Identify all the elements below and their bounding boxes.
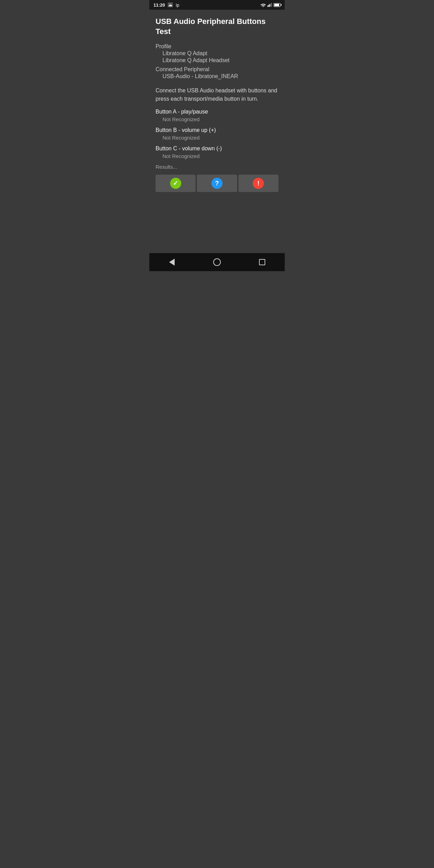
- pass-button[interactable]: ✓: [156, 175, 195, 192]
- status-bar-right: [260, 3, 281, 7]
- button-a-status: Not Recognized: [156, 116, 278, 122]
- svg-point-0: [263, 6, 264, 7]
- profile-item-1: Libratone Q Adapt: [156, 50, 278, 57]
- svg-rect-1: [267, 6, 268, 7]
- recents-button[interactable]: [252, 255, 273, 269]
- action-buttons: ✓ ? !: [156, 175, 278, 192]
- wifi-icon: [260, 3, 266, 7]
- skip-button[interactable]: ?: [197, 175, 237, 192]
- connected-peripheral-label: Connected Peripheral: [156, 66, 278, 73]
- fail-icon: !: [253, 178, 264, 189]
- profile-item-2: Libratone Q Adapt Headset: [156, 57, 278, 64]
- button-c-status: Not Recognized: [156, 153, 278, 159]
- image-icon: ⛰: [168, 2, 173, 7]
- results-label: Results...: [156, 164, 278, 170]
- svg-rect-5: [271, 3, 272, 7]
- skip-icon: ?: [211, 178, 223, 189]
- button-b-status: Not Recognized: [156, 135, 278, 141]
- profile-label: Profile: [156, 43, 278, 50]
- nav-bar: [149, 253, 285, 271]
- status-bar: 11:20 ⛰ ip: [149, 0, 285, 10]
- connected-peripheral-item-1: USB-Audio - Libratone_INEAR: [156, 73, 278, 80]
- fail-button[interactable]: !: [239, 175, 278, 192]
- status-bar-left: 11:20 ⛰ ip: [153, 2, 179, 8]
- button-b-section: Button B - volume up (+) Not Recognized: [156, 127, 278, 141]
- instruction-text: Connect the USB Audio headset with butto…: [156, 86, 278, 103]
- recents-icon: [259, 259, 265, 265]
- back-icon: [169, 259, 175, 266]
- button-c-label: Button C - volume down (-): [156, 145, 278, 152]
- page-title: USB Audio Peripheral Buttons Test: [156, 17, 278, 36]
- svg-rect-4: [270, 3, 271, 7]
- status-time: 11:20: [153, 2, 165, 8]
- back-button[interactable]: [161, 255, 182, 269]
- ip-label: ip: [176, 2, 179, 8]
- profile-section: Profile Libratone Q Adapt Libratone Q Ad…: [156, 43, 278, 64]
- main-content: USB Audio Peripheral Buttons Test Profil…: [149, 10, 285, 253]
- button-a-section: Button A - play/pause Not Recognized: [156, 109, 278, 122]
- home-button[interactable]: [207, 255, 227, 269]
- svg-rect-2: [268, 5, 269, 7]
- home-icon: [213, 258, 221, 266]
- signal-icon: [267, 3, 272, 7]
- connected-peripheral-section: Connected Peripheral USB-Audio - Librato…: [156, 66, 278, 80]
- button-c-section: Button C - volume down (-) Not Recognize…: [156, 145, 278, 159]
- battery-icon: [274, 3, 281, 7]
- svg-rect-3: [269, 4, 270, 7]
- button-b-label: Button B - volume up (+): [156, 127, 278, 133]
- pass-icon: ✓: [170, 178, 181, 189]
- button-a-label: Button A - play/pause: [156, 109, 278, 115]
